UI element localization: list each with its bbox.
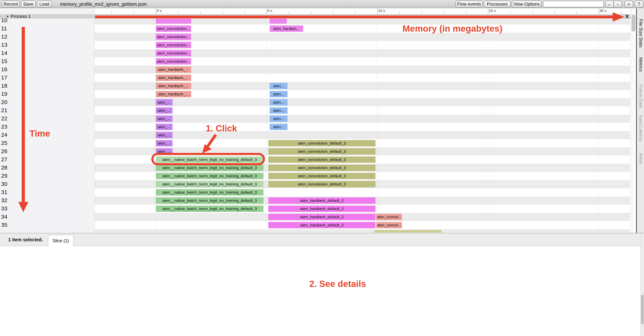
trace-slice[interactable]: aten__native_batch_norm_legit_no_trainin… — [156, 206, 264, 212]
time-gridline — [266, 19, 267, 233]
ruler-minor-tick — [576, 11, 577, 14]
trace-slice[interactable]: aten_... — [156, 124, 172, 130]
trace-slice[interactable]: aten... — [270, 107, 288, 114]
sidebar-tab-input-latency[interactable]: Input Latency — [638, 115, 644, 142]
trace-slice[interactable]: aten_hardtanh_... — [156, 83, 191, 89]
row-number: 25 — [1, 140, 7, 146]
ruler-track: 0 s5 s10 s15 s20 s — [94, 8, 630, 14]
trace-slice[interactable]: aten_convolution_default_3 — [268, 157, 376, 163]
sidebar-tab-alerts[interactable]: Alerts — [638, 153, 644, 164]
trace-slice[interactable]: aten_... — [156, 107, 172, 114]
trace-slice[interactable]: aten_... — [156, 140, 172, 147]
ruler-minor-tick — [200, 11, 200, 14]
trace-slice[interactable]: aten__native_batch_norm_legit_no_trainin… — [156, 173, 264, 179]
sidebar-tab-file-size-stats[interactable]: File Size Stats — [638, 19, 644, 47]
details-scrollbar-thumb[interactable] — [641, 295, 644, 325]
trace-slice[interactable]: aten_convolution_default_3 — [268, 148, 376, 155]
process-close-button[interactable]: X — [624, 14, 630, 19]
trace-slice[interactable]: aten__native_batch_norm_legit_no_trainin… — [156, 197, 264, 204]
ruler-major-tick — [599, 8, 599, 14]
trace-viewer-app: Record Save Load memory_profile_mv2_igno… — [0, 0, 644, 336]
help-button[interactable]: ? — [635, 0, 643, 7]
tab-slice[interactable]: Slice (1) — [48, 235, 74, 246]
trace-slice[interactable]: aten_convolution... — [156, 25, 191, 32]
row-stripe — [0, 19, 630, 24]
trace-slice[interactable]: aten_... — [156, 132, 172, 138]
row-number: 16 — [1, 66, 7, 73]
trace-slice[interactable]: aten_convol... — [376, 214, 402, 220]
row-number: 26 — [1, 148, 7, 155]
ruler-minor-tick — [333, 11, 333, 14]
nav-right-button[interactable]: → — [614, 0, 622, 7]
process-header[interactable]: ▾ Process 1 — [0, 14, 630, 19]
row-stripe — [0, 65, 630, 74]
click-annotation: 1. Click — [206, 123, 237, 133]
trace-slice[interactable]: aten_convolution... — [156, 58, 191, 65]
row-number: 11 — [1, 25, 7, 32]
trace-slice[interactable]: aten... — [270, 116, 288, 122]
ruler-major-tick — [377, 8, 378, 14]
trace-slice[interactable]: aten... — [270, 91, 288, 97]
trace-slice[interactable]: aten__native_batch_norm_legit_no_trainin… — [156, 165, 264, 171]
nav-left-button[interactable]: ← — [605, 0, 614, 7]
row-number: 19 — [1, 91, 7, 97]
row-number: 23 — [1, 124, 7, 130]
trace-slice[interactable]: aten_convolution_default_3 — [268, 173, 376, 179]
time-gridline — [598, 19, 599, 233]
selected-count: 1 item selected. — [8, 233, 43, 246]
trace-slice[interactable]: aten_convolution_default_3 — [268, 140, 376, 147]
row-stripe — [0, 115, 630, 123]
trace-slice[interactable]: aten_hardtan... — [270, 25, 303, 32]
details-scrollbar[interactable] — [640, 233, 644, 336]
trace-slice[interactable]: aten... — [270, 124, 288, 130]
trace-slice[interactable]: aten_hardtanh_default_2 — [268, 214, 376, 220]
row-number: 15 — [1, 58, 7, 64]
overflow-button[interactable]: » — [624, 0, 633, 7]
trace-slice[interactable]: aten_hardtanh_... — [156, 91, 191, 97]
timeline-vscrollbar[interactable] — [630, 8, 636, 233]
sidebar-tab-metrics[interactable]: Metrics — [638, 57, 644, 72]
process-disclosure-icon[interactable]: ▾ — [7, 14, 8, 19]
ruler-minor-tick — [422, 11, 422, 14]
search-input[interactable] — [543, 1, 604, 7]
view-options-button[interactable]: View Options — [512, 0, 542, 7]
sidebar-tab-frame-data[interactable]: Frame Data — [638, 84, 644, 108]
load-button[interactable]: Load — [37, 0, 52, 7]
trace-slice[interactable] — [270, 19, 287, 24]
scrollbar-thumb[interactable] — [632, 14, 636, 32]
trace-slice[interactable]: aten_... — [156, 99, 172, 106]
trace-slice[interactable]: aten_convol... — [376, 222, 402, 228]
trace-slice[interactable] — [374, 230, 442, 233]
trace-slice[interactable]: aten_convolution... — [156, 50, 191, 56]
trace-slice[interactable]: aten__native_batch_norm_legit_no_trainin… — [156, 189, 264, 195]
row-stripe — [0, 131, 630, 139]
record-button[interactable]: Record — [2, 0, 20, 7]
trace-slice[interactable]: aten_hardtanh_default_2 — [268, 197, 376, 204]
trace-slice[interactable]: aten... — [270, 83, 288, 89]
trace-slice[interactable]: aten_hardtanh_default_2 — [268, 206, 376, 212]
trace-slice[interactable]: aten_convolution... — [156, 42, 191, 48]
trace-slice[interactable]: aten_hardtanh_... — [156, 75, 191, 81]
ruler-minor-tick — [244, 11, 245, 14]
time-ruler[interactable]: 0 s5 s10 s15 s20 s — [0, 8, 644, 14]
processes-button[interactable]: Processes — [484, 0, 510, 7]
row-stripe — [0, 229, 630, 233]
row-stripe — [0, 49, 630, 57]
trace-slice[interactable]: aten_convolution_default_3 — [268, 165, 376, 171]
trace-slice[interactable]: aten_hardtanh_default_2 — [268, 222, 376, 228]
trace-slice[interactable]: aten_hardtanh_... — [156, 66, 191, 73]
save-button[interactable]: Save — [21, 0, 36, 7]
row-number: 20 — [1, 99, 7, 105]
trace-slice[interactable]: aten... — [270, 99, 288, 106]
trace-slice[interactable]: aten_convolution... — [156, 34, 191, 40]
ruler-tick-label: 15 s — [489, 9, 496, 13]
row-number: 29 — [1, 173, 7, 179]
ruler-major-tick — [488, 8, 488, 14]
trace-filename: memory_profile_mv2_ignore_getitem.json — [60, 0, 147, 8]
trace-slice[interactable]: aten__native_batch_norm_legit_no_trainin… — [156, 181, 264, 187]
row-number: 24 — [1, 132, 7, 138]
trace-slice[interactable] — [156, 19, 191, 24]
flow-events-button[interactable]: Flow events — [456, 0, 483, 7]
trace-slice[interactable]: aten_... — [156, 116, 172, 122]
trace-slice[interactable]: aten_convolution_default_3 — [268, 181, 376, 187]
